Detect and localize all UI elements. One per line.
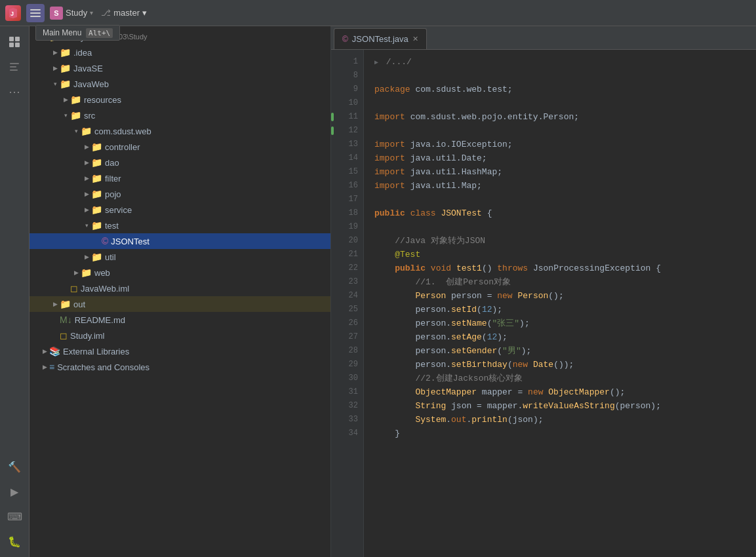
build-button[interactable]: 🔨 bbox=[4, 456, 25, 477]
svg-text:J: J bbox=[10, 10, 14, 17]
code-line-15: import java.util.HashMap; bbox=[374, 165, 756, 179]
line-number-19: 19 bbox=[331, 220, 363, 234]
tree-label-javaweb-iml: JavaWeb.iml bbox=[81, 284, 129, 294]
line-number-31: 31 bbox=[331, 385, 363, 399]
tree-item-javaweb[interactable]: ▾📁JavaWeb bbox=[30, 76, 330, 92]
tree-icon-filter: 📁 bbox=[91, 173, 102, 183]
line-number-33: 33 bbox=[331, 413, 363, 427]
line-number-1: 1 bbox=[331, 55, 363, 69]
tree-arrow-javaweb-iml bbox=[61, 284, 70, 293]
tree-icon-dao: 📁 bbox=[91, 157, 102, 168]
tree-item-service[interactable]: ▶📁service bbox=[30, 202, 330, 218]
tree-arrow-idea: ▶ bbox=[50, 48, 60, 57]
code-line-26: person.setName("张三"); bbox=[374, 317, 756, 330]
app-icon: J bbox=[5, 5, 21, 21]
tree-icon-util: 📁 bbox=[91, 252, 102, 262]
tree-item-scratches[interactable]: ▶≡Scratches and Consoles bbox=[30, 359, 330, 375]
debug-button[interactable]: 🐛 bbox=[4, 531, 25, 552]
tree-item-idea[interactable]: ▶📁.idea bbox=[30, 45, 330, 60]
tree-arrow-src: ▾ bbox=[61, 111, 70, 120]
structure-button[interactable] bbox=[4, 56, 25, 77]
main-menu-button[interactable] bbox=[26, 4, 45, 22]
tree-icon-controller: 📁 bbox=[91, 142, 102, 152]
tree-item-jsontest[interactable]: ©JSONTest bbox=[30, 233, 330, 249]
svg-rect-10 bbox=[10, 69, 18, 71]
svg-rect-1 bbox=[30, 9, 41, 10]
tree-item-src[interactable]: ▾📁src bbox=[30, 107, 330, 123]
tree-item-study-iml[interactable]: ◻Study.iml bbox=[30, 328, 330, 343]
code-line-21: @Test bbox=[374, 248, 756, 261]
tree-item-out[interactable]: ▶📁out bbox=[30, 296, 330, 312]
tree-label-idea: .idea bbox=[73, 48, 92, 58]
tree-label-study-iml: Study.iml bbox=[70, 331, 105, 341]
code-line-27: person.setAge(12); bbox=[374, 330, 756, 344]
tree-item-web[interactable]: ▶📁web bbox=[30, 265, 330, 280]
branch-chevron: ▾ bbox=[142, 8, 147, 18]
line-number-16: 16 bbox=[331, 179, 363, 193]
code-line-29: person.setBirthday(new Date()); bbox=[374, 358, 756, 372]
code-line-34: } bbox=[374, 427, 756, 440]
svg-rect-4 bbox=[9, 37, 14, 41]
main-menu-tooltip: Main Menu Alt+\ bbox=[35, 25, 120, 41]
main-layout: ⋯ 🔨 ▶ ⌨ 🐛 ▾📁StudyE:\java2403\Study▶📁.ide… bbox=[0, 26, 756, 557]
tree-icon-study-iml: ◻ bbox=[60, 330, 68, 341]
tree-item-javase[interactable]: ▶📁JavaSE bbox=[30, 60, 330, 76]
project-name[interactable]: S Study ▾ bbox=[50, 7, 93, 20]
tree-item-pojo[interactable]: ▶📁pojo bbox=[30, 186, 330, 202]
more-button[interactable]: ⋯ bbox=[4, 81, 25, 102]
tree-item-com-sdust-web[interactable]: ▾📁com.sdust.web bbox=[30, 123, 330, 139]
tree-item-controller[interactable]: ▶📁controller bbox=[30, 139, 330, 155]
tree-icon-test: 📁 bbox=[91, 220, 102, 231]
tree-icon-jsontest: © bbox=[102, 236, 108, 246]
tree-arrow-pojo: ▶ bbox=[82, 189, 91, 199]
code-line-19 bbox=[374, 220, 756, 234]
editor-area: © JSONTest.java ✕ 1891011121314151617181… bbox=[331, 26, 756, 557]
terminal-button[interactable]: ⌨ bbox=[4, 506, 25, 527]
tab-jsontest[interactable]: © JSONTest.java ✕ bbox=[334, 28, 427, 49]
line-number-22: 22 bbox=[331, 261, 363, 275]
project-view-button[interactable] bbox=[4, 31, 25, 52]
tree-item-dao[interactable]: ▶📁dao bbox=[30, 155, 330, 170]
tree-icon-javaweb-iml: ◻ bbox=[70, 283, 78, 294]
tree-item-javaweb-iml[interactable]: ◻JavaWeb.iml bbox=[30, 280, 330, 296]
branch-selector[interactable]: ⎇ master ▾ bbox=[101, 8, 147, 18]
code-content[interactable]: ▶ /.../ package com.sdust.web.test;impor… bbox=[364, 50, 756, 557]
line-number-25: 25 bbox=[331, 303, 363, 317]
tree-icon-javase: 📁 bbox=[60, 63, 71, 73]
tree-label-util: util bbox=[105, 252, 116, 262]
line-number-34: 34 bbox=[331, 427, 363, 440]
tree-item-util[interactable]: ▶📁util bbox=[30, 249, 330, 265]
tree-label-resources: resources bbox=[84, 95, 121, 105]
tree-icon-scratches: ≡ bbox=[49, 362, 54, 372]
tree-icon-com-sdust-web: 📁 bbox=[81, 126, 92, 136]
run-button[interactable]: ▶ bbox=[4, 481, 25, 502]
tree-label-dao: dao bbox=[105, 158, 119, 168]
tree-arrow-resources: ▶ bbox=[61, 95, 70, 104]
code-editor[interactable]: 1891011121314151617181920212223242526272… bbox=[331, 50, 756, 557]
code-line-31: ObjectMapper mapper = new ObjectMapper()… bbox=[374, 385, 756, 399]
tree-item-resources[interactable]: ▶📁resources bbox=[30, 92, 330, 107]
tab-close-button[interactable]: ✕ bbox=[412, 35, 418, 43]
tree-item-test[interactable]: ▾📁test bbox=[30, 218, 330, 233]
tree-arrow-dao: ▶ bbox=[82, 158, 91, 167]
tree-item-readme[interactable]: M↓README.md bbox=[30, 312, 330, 328]
code-line-20: //Java 对象转为JSON bbox=[374, 234, 756, 248]
tree-item-ext-libs[interactable]: ▶📚External Libraries bbox=[30, 343, 330, 359]
tree-item-filter[interactable]: ▶📁filter bbox=[30, 170, 330, 186]
tree-icon-service: 📁 bbox=[91, 204, 102, 215]
tree-label-test: test bbox=[105, 221, 119, 231]
tab-java-icon: © bbox=[342, 35, 348, 44]
file-tree: ▾📁StudyE:\java2403\Study▶📁.idea▶📁JavaSE▾… bbox=[30, 26, 331, 557]
line-number-15: 15 bbox=[331, 165, 363, 179]
line-number-12: 12 bbox=[331, 124, 363, 138]
branch-icon: ⎇ bbox=[101, 8, 111, 18]
tree-label-com-sdust-web: com.sdust.web bbox=[94, 126, 151, 136]
line-number-17: 17 bbox=[331, 193, 363, 206]
line-number-28: 28 bbox=[331, 344, 363, 358]
tree-arrow-test: ▾ bbox=[82, 221, 91, 230]
tree-label-web: web bbox=[94, 268, 110, 278]
tree-arrow-jsontest bbox=[92, 237, 102, 246]
code-line-33: System.out.println(json); bbox=[374, 413, 756, 427]
tree-icon-src: 📁 bbox=[70, 110, 81, 121]
code-line-9: package com.sdust.web.test; bbox=[374, 83, 756, 96]
